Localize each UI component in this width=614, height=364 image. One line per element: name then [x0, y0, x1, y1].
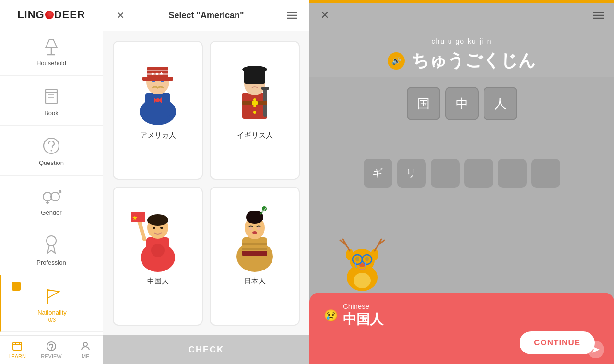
answer-label: Chinese	[343, 302, 383, 310]
card-chinese[interactable]: ★ 中国人	[113, 187, 203, 326]
svg-text:★: ★	[132, 214, 138, 222]
svg-rect-38	[142, 77, 173, 81]
japanese-label: 日本人	[244, 277, 266, 286]
sidebar-item-alphabet[interactable]: Aa Alphabet	[0, 332, 103, 335]
flag-icon	[41, 284, 64, 307]
modal-panel: ✕ Select "American"	[103, 0, 309, 364]
kanji-tile-0[interactable]: 国	[407, 87, 440, 120]
svg-point-72	[257, 227, 260, 230]
svg-rect-68	[242, 248, 267, 250]
continue-button[interactable]: CONTINUE	[520, 331, 595, 354]
svg-point-74	[246, 211, 263, 224]
card-british[interactable]: イギリス人	[210, 41, 300, 180]
svg-rect-3	[46, 89, 57, 104]
sidebar-item-nationality[interactable]: Nationality 0/3	[0, 275, 103, 332]
svg-point-60	[153, 227, 155, 229]
svg-rect-67	[242, 243, 267, 245]
american-label: アメリカ人	[140, 131, 176, 140]
japanese-word: ちゅうごくじん	[412, 49, 536, 72]
svg-point-57	[151, 244, 165, 257]
svg-rect-30	[145, 93, 170, 117]
sidebar-item-question[interactable]: Question	[0, 126, 103, 176]
japanese-illustration	[221, 195, 288, 272]
pronunciation-area: chu u go ku ji n 🔊 ちゅうごくじん	[309, 28, 614, 77]
answer-area	[309, 125, 614, 154]
gender-icon	[40, 184, 63, 207]
learn-label: LEARN	[8, 353, 26, 359]
char-tiles: ギ リ	[309, 154, 614, 192]
logo: LINGDEER	[0, 0, 103, 26]
svg-point-82	[354, 273, 371, 288]
sidebar-item-gender[interactable]: Gender	[0, 176, 103, 225]
book-icon	[40, 84, 63, 107]
svg-rect-19	[13, 342, 22, 350]
svg-point-25	[83, 342, 87, 346]
romaji-text: chu u go ku ji n	[431, 37, 492, 45]
american-illustration: ★★★	[124, 49, 191, 126]
char-tile-3[interactable]	[464, 159, 493, 188]
right-menu-button[interactable]	[591, 8, 606, 23]
chinese-illustration: ★	[124, 195, 191, 272]
svg-point-45	[253, 111, 256, 114]
nationality-progress: 0/3	[48, 317, 56, 323]
nationality-label: Nationality	[37, 309, 67, 316]
answer-word: 中国人	[343, 310, 383, 329]
british-illustration	[221, 49, 288, 126]
question-label: Question	[39, 159, 64, 166]
svg-text:★★★: ★★★	[151, 71, 164, 76]
svg-point-43	[253, 98, 256, 101]
gender-label: Gender	[41, 209, 61, 216]
sidebar-item-household[interactable]: Household	[0, 26, 103, 76]
card-american[interactable]: ★★★ アメリカ人	[113, 41, 203, 180]
review-label: REVIEW	[41, 353, 61, 359]
svg-rect-52	[261, 87, 269, 90]
char-tile-4[interactable]	[498, 159, 527, 188]
bottom-nav-me[interactable]: ME	[69, 336, 103, 364]
sidebar-item-book[interactable]: Book	[0, 76, 103, 126]
char-tile-5[interactable]	[531, 159, 560, 188]
svg-line-62	[139, 219, 144, 239]
char-tile-2[interactable]	[431, 159, 460, 188]
svg-rect-50	[244, 67, 265, 84]
kanji-tile-2[interactable]: 人	[484, 87, 517, 120]
profession-label: Profession	[36, 259, 66, 266]
book-label: Book	[44, 109, 59, 117]
household-label: Household	[36, 59, 66, 67]
right-panel: ✕ chu u go ku ji n 🔊 ちゅうごくじん 国 中 人 ギ リ	[309, 0, 614, 364]
speaker-button[interactable]: 🔊	[388, 52, 405, 70]
bottom-nav-learn[interactable]: LEARN	[0, 336, 34, 364]
check-button[interactable]: CHECK	[103, 335, 309, 364]
modal-title: Select "American"	[128, 11, 284, 21]
card-japanese[interactable]: 日本人	[210, 187, 300, 326]
bottom-nav-review[interactable]: REVIEW	[34, 336, 68, 364]
char-tile-0[interactable]: ギ	[364, 159, 392, 188]
japanese-main: 🔊 ちゅうごくじん	[388, 49, 536, 72]
svg-point-61	[160, 227, 163, 229]
svg-point-89	[355, 257, 359, 261]
lamp-icon	[40, 35, 63, 58]
chinese-label: 中国人	[147, 277, 169, 286]
kanji-tile-1[interactable]: 中	[445, 87, 479, 120]
modal-close-button[interactable]: ✕	[113, 8, 128, 23]
answer-popup: 😢 Chinese 中国人 CONTINUE	[309, 293, 614, 364]
bottom-nav: LEARN REVIEW ME	[0, 335, 103, 364]
svg-point-44	[253, 105, 256, 107]
sidebar-item-profession[interactable]: Profession	[0, 225, 103, 275]
svg-marker-2	[46, 39, 57, 48]
svg-rect-69	[242, 251, 267, 256]
svg-point-16	[47, 236, 56, 246]
svg-rect-54	[252, 101, 258, 105]
svg-point-73	[252, 231, 257, 234]
modal-header: ✕ Select "American"	[103, 0, 309, 31]
modal-menu-button[interactable]	[284, 8, 300, 23]
right-top-bar: ✕	[309, 3, 614, 28]
svg-point-91	[359, 263, 365, 267]
char-tile-1[interactable]: リ	[397, 159, 426, 188]
svg-point-24	[51, 349, 52, 350]
nav-items: Household Book Qu	[0, 26, 103, 335]
nationality-badge	[12, 282, 21, 291]
check-label: CHECK	[189, 345, 224, 355]
kanji-tiles: 国 中 人	[309, 77, 614, 125]
right-close-button[interactable]: ✕	[317, 8, 332, 23]
svg-point-8	[51, 150, 52, 152]
